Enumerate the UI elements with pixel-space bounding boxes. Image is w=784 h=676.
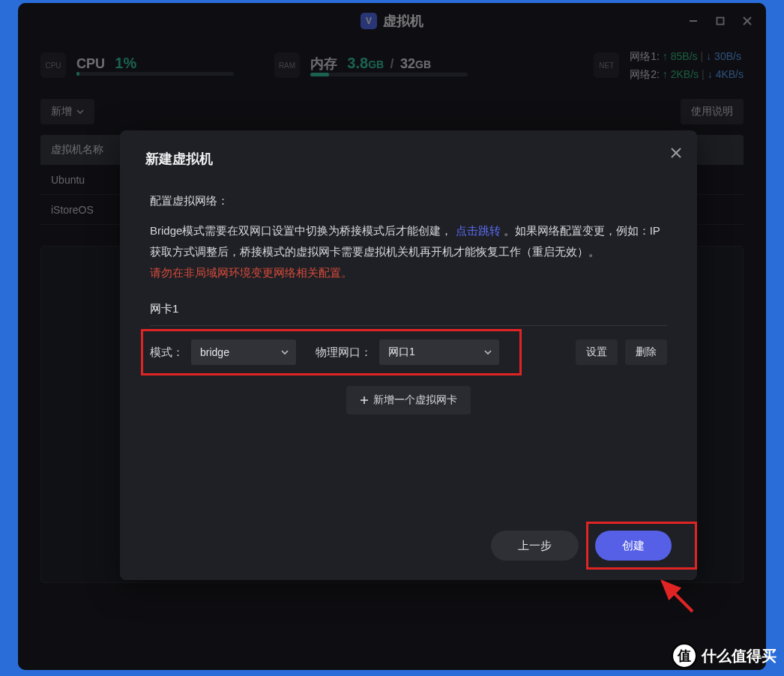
create-button[interactable]: 创建 xyxy=(595,531,672,561)
app-window: V 虚拟机 CPU CPU 1% xyxy=(18,3,766,670)
watermark-badge-icon: 值 xyxy=(672,643,697,669)
watermark-text: 什么值得买 xyxy=(702,646,777,666)
add-nic-button[interactable]: 新增一个虚拟网卡 xyxy=(346,386,471,414)
nic-section-label: 网卡1 xyxy=(150,298,667,326)
add-nic-row: 新增一个虚拟网卡 xyxy=(150,386,667,414)
nic-row: 模式： bridge 物理网口： 网口1 设置 删除 xyxy=(150,339,667,365)
watermark: 值 什么值得买 xyxy=(672,643,777,669)
plus-icon xyxy=(360,396,369,405)
port-select[interactable]: 网口1 xyxy=(379,339,499,365)
config-heading: 配置虚拟网络： xyxy=(150,190,667,211)
modal-body: 配置虚拟网络： Bridge模式需要在双网口设置中切换为桥接模式后才能创建， 点… xyxy=(145,168,672,414)
jump-link[interactable]: 点击跳转 xyxy=(456,224,501,237)
prev-step-button[interactable]: 上一步 xyxy=(491,531,579,561)
port-label: 物理网口： xyxy=(316,342,372,363)
mode-label: 模式： xyxy=(150,342,184,363)
close-icon xyxy=(670,147,682,159)
modal-footer: 上一步 创建 xyxy=(491,531,672,561)
modal-title: 新建虚拟机 xyxy=(145,150,672,168)
description-text: Bridge模式需要在双网口设置中切换为桥接模式后才能创建， 点击跳转 。如果网… xyxy=(150,220,667,262)
mode-select[interactable]: bridge xyxy=(191,339,296,365)
create-vm-modal: 新建虚拟机 配置虚拟网络： Bridge模式需要在双网口设置中切换为桥接模式后才… xyxy=(120,130,697,580)
warning-text: 请勿在非局域网环境变更网络相关配置。 xyxy=(150,262,667,283)
modal-close-button[interactable] xyxy=(670,147,682,159)
nic-delete-button[interactable]: 删除 xyxy=(625,339,667,365)
nic-settings-button[interactable]: 设置 xyxy=(576,339,618,365)
